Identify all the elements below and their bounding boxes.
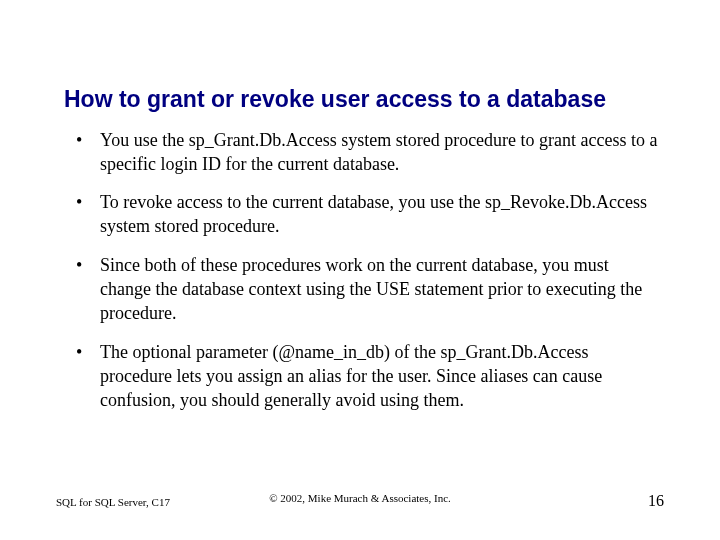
list-item: The optional parameter (@name_in_db) of … [76,340,664,413]
list-item: Since both of these procedures work on t… [76,253,664,326]
footer-right: 16 [648,492,664,510]
slide-footer: SQL for SQL Server, C17 © 2002, Mike Mur… [0,492,720,510]
footer-center: © 2002, Mike Murach & Associates, Inc. [269,492,451,504]
list-item: To revoke access to the current database… [76,190,664,239]
bullet-list: You use the sp_Grant.Db.Access system st… [64,128,664,413]
footer-left: SQL for SQL Server, C17 [56,496,170,508]
slide: How to grant or revoke user access to a … [0,0,720,540]
list-item: You use the sp_Grant.Db.Access system st… [76,128,664,177]
slide-title: How to grant or revoke user access to a … [64,86,664,114]
